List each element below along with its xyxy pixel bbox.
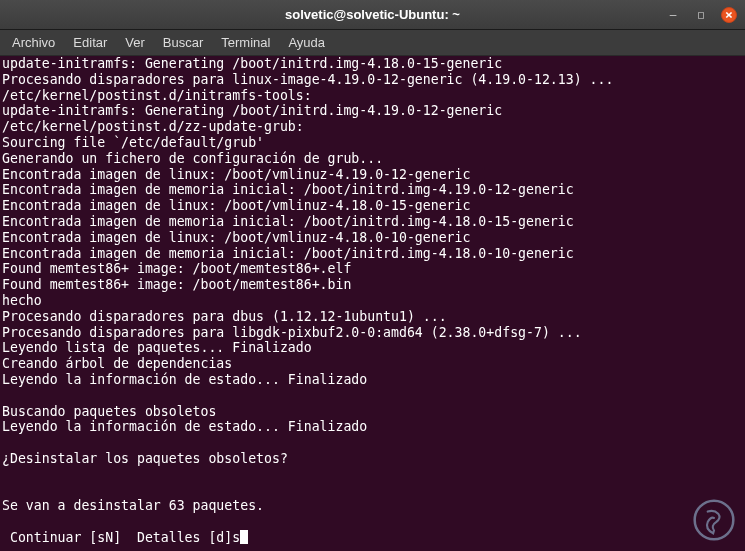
terminal-line: Procesando disparadores para dbus (1.12.… xyxy=(2,309,743,325)
terminal-line: /etc/kernel/postinst.d/initramfs-tools: xyxy=(2,88,743,104)
minimize-button[interactable] xyxy=(665,7,681,23)
terminal-line: Leyendo la información de estado... Fina… xyxy=(2,372,743,388)
terminal-line: /etc/kernel/postinst.d/zz-update-grub: xyxy=(2,119,743,135)
terminal-line: Leyendo la información de estado... Fina… xyxy=(2,419,743,435)
titlebar: solvetic@solvetic-Ubuntu: ~ xyxy=(0,0,745,30)
terminal-line: ¿Desinstalar los paquetes obsoletos? xyxy=(2,451,743,467)
terminal-line: Creando árbol de dependencias xyxy=(2,356,743,372)
terminal-line xyxy=(2,388,743,404)
terminal-line xyxy=(2,435,743,451)
prompt-input: s xyxy=(232,530,240,545)
terminal-line: Found memtest86+ image: /boot/memtest86+… xyxy=(2,261,743,277)
terminal-line: Procesando disparadores para linux-image… xyxy=(2,72,743,88)
terminal-line xyxy=(2,467,743,483)
window-title: solvetic@solvetic-Ubuntu: ~ xyxy=(285,7,460,22)
menu-editar[interactable]: Editar xyxy=(65,32,115,53)
terminal-line: Encontrada imagen de memoria inicial: /b… xyxy=(2,246,743,262)
menu-archivo[interactable]: Archivo xyxy=(4,32,63,53)
terminal-content[interactable]: update-initramfs: Generating /boot/initr… xyxy=(0,56,745,551)
terminal-line: update-initramfs: Generating /boot/initr… xyxy=(2,103,743,119)
prompt-prefix: Continuar [sN] Detalles [d] xyxy=(2,530,232,545)
terminal-line: Encontrada imagen de linux: /boot/vmlinu… xyxy=(2,230,743,246)
terminal-line: update-initramfs: Generating /boot/initr… xyxy=(2,56,743,72)
terminal-cursor xyxy=(240,530,248,544)
terminal-line: Sourcing file `/etc/default/grub' xyxy=(2,135,743,151)
terminal-line: Buscando paquetes obsoletos xyxy=(2,404,743,420)
terminal-line: hecho xyxy=(2,293,743,309)
menu-terminal[interactable]: Terminal xyxy=(213,32,278,53)
terminal-line: Encontrada imagen de memoria inicial: /b… xyxy=(2,182,743,198)
menubar: Archivo Editar Ver Buscar Terminal Ayuda xyxy=(0,30,745,56)
terminal-line xyxy=(2,483,743,499)
menu-buscar[interactable]: Buscar xyxy=(155,32,211,53)
window-controls xyxy=(665,7,737,23)
terminal-line: Generando un fichero de configuración de… xyxy=(2,151,743,167)
menu-ayuda[interactable]: Ayuda xyxy=(280,32,333,53)
terminal-line: Leyendo lista de paquetes... Finalizado xyxy=(2,340,743,356)
terminal-line: Found memtest86+ image: /boot/memtest86+… xyxy=(2,277,743,293)
terminal-line xyxy=(2,514,743,530)
terminal-line: Encontrada imagen de memoria inicial: /b… xyxy=(2,214,743,230)
terminal-line: Encontrada imagen de linux: /boot/vmlinu… xyxy=(2,198,743,214)
terminal-line: Procesando disparadores para libgdk-pixb… xyxy=(2,325,743,341)
terminal-prompt-line[interactable]: Continuar [sN] Detalles [d]s xyxy=(2,530,743,546)
maximize-button[interactable] xyxy=(693,7,709,23)
terminal-line: Se van a desinstalar 63 paquetes. xyxy=(2,498,743,514)
close-button[interactable] xyxy=(721,7,737,23)
menu-ver[interactable]: Ver xyxy=(117,32,153,53)
terminal-window: solvetic@solvetic-Ubuntu: ~ Archivo Edit… xyxy=(0,0,745,551)
terminal-line: Encontrada imagen de linux: /boot/vmlinu… xyxy=(2,167,743,183)
